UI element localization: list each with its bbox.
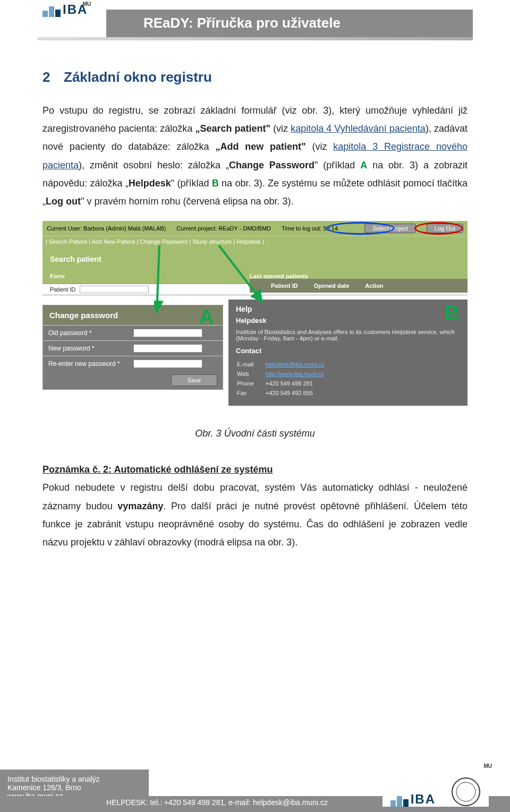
marker-a: A xyxy=(199,306,214,329)
footer-logos: MU IBA xyxy=(382,764,489,807)
col-opened-date: Opened date xyxy=(314,283,350,289)
section-title: Základní okno registru xyxy=(64,69,212,85)
iba-logo: MU IBA xyxy=(42,2,88,17)
helpdesk-description: Institute of Biostatistics and Analyses … xyxy=(236,329,460,341)
patient-id-input[interactable] xyxy=(80,286,149,293)
screenshot-figure: Current User: Barbora (Admin) Malá (MALA… xyxy=(42,221,468,417)
helpdesk-panel: Help Helpdesk Institute of Biostatistics… xyxy=(228,300,468,406)
page-footer: Institut biostatistiky a analýz Kamenice… xyxy=(0,748,510,812)
save-button[interactable]: Save xyxy=(171,374,217,386)
current-project: Current project: REaDY - DMD/BMD xyxy=(176,225,271,232)
app-tabs[interactable]: | Search Patient | Add New Patient | Cha… xyxy=(42,236,468,249)
marker-b: B xyxy=(445,302,459,324)
link-chapter4[interactable]: kapitola 4 Vyhledávání pacienta xyxy=(291,123,426,134)
svg-point-3 xyxy=(456,782,475,801)
change-password-title: Change password xyxy=(43,305,223,325)
email-link[interactable]: helpdesk@iba.muni.cz xyxy=(266,361,325,367)
phone-value: +420 549 498 281 xyxy=(266,379,335,388)
title-bar: REaDY: Příručka pro uživatele xyxy=(106,10,473,38)
web-label: Web xyxy=(237,370,265,378)
logo-mu: MU xyxy=(83,1,91,7)
reenter-password-input[interactable] xyxy=(133,360,202,368)
help-heading: Help xyxy=(236,305,460,313)
col-action: Action xyxy=(365,283,383,289)
contact-table: E-mailhelpdesk@iba.muni.cz Webhttp://www… xyxy=(236,359,336,398)
search-row: Patient ID Patient ID Opened date Action xyxy=(42,284,468,295)
section-number: 2 xyxy=(42,69,64,86)
ellipse-blue-icon xyxy=(326,222,395,235)
reenter-password-label: Re-enter new password * xyxy=(48,360,133,367)
fax-value: +420 549 492 855 xyxy=(266,389,335,397)
contact-heading: Contact xyxy=(236,347,460,355)
footer-address: Kamenice 126/3, Brno xyxy=(7,783,149,792)
patient-id-label: Patient ID xyxy=(42,286,80,293)
old-password-input[interactable] xyxy=(133,329,202,337)
app-topbar: Current User: Barbora (Admin) Malá (MALA… xyxy=(42,221,468,236)
form-label: Form xyxy=(50,273,65,279)
doc-title: REaDY: Příručka pro uživatele xyxy=(106,10,473,37)
change-password-panel: Change password Old password * New passw… xyxy=(42,305,223,390)
table-header: Patient ID Opened date Action xyxy=(250,279,468,293)
col-patient-id: Patient ID xyxy=(271,283,298,289)
logo-bars-icon xyxy=(390,796,409,807)
note-paragraph: Poznámka č. 2: Automatické odhlášení ze … xyxy=(42,460,468,551)
intro-paragraph: Po vstupu do registru, se zobrazí základ… xyxy=(42,101,468,210)
logo-bars-icon xyxy=(42,6,61,17)
new-password-input[interactable] xyxy=(133,344,202,353)
old-password-label: Old password * xyxy=(48,329,133,337)
phone-label: Phone xyxy=(237,379,265,388)
ellipse-red-icon xyxy=(414,222,463,235)
footer-institute: Institut biostatistiky a analýz xyxy=(7,775,149,783)
search-patient-heading: Search patient xyxy=(42,249,468,263)
helpdesk-heading: Helpdesk xyxy=(236,317,460,324)
email-label: E-mail xyxy=(237,360,265,369)
page-header: MU IBA REaDY: Příručka pro uživatele xyxy=(0,0,510,53)
ref-letter-b: B xyxy=(212,178,219,189)
fax-label: Fax xyxy=(237,389,265,397)
header-underline xyxy=(37,37,473,40)
web-link[interactable]: http://www.iba.muni.cz xyxy=(266,371,324,377)
muni-seal-icon xyxy=(451,777,481,807)
section-heading: 2Základní okno registru xyxy=(42,69,468,86)
figure-caption: Obr. 3 Úvodní části systému xyxy=(42,428,468,439)
ref-letter-a: A xyxy=(360,160,367,170)
current-user: Current User: Barbora (Admin) Malá (MALA… xyxy=(47,225,166,232)
new-password-label: New password * xyxy=(48,345,133,352)
note-title: Poznámka č. 2: Automatické odhlášení ze … xyxy=(42,464,273,475)
